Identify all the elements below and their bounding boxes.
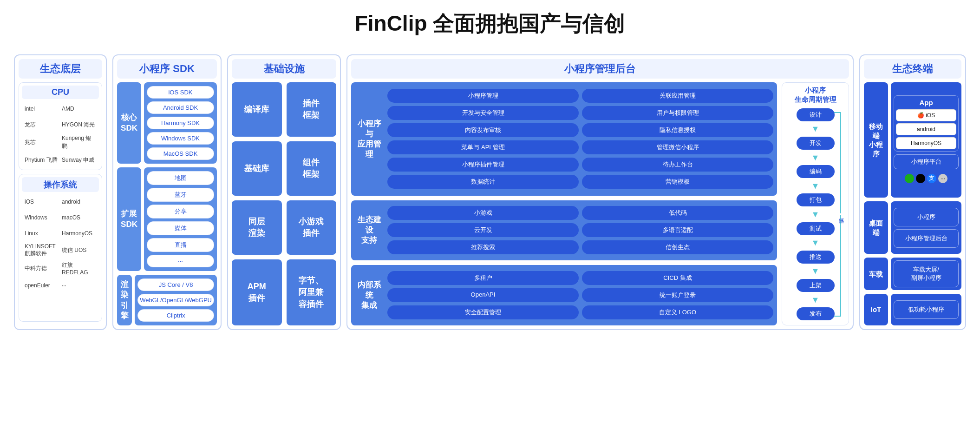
sdk-item: 分享 [147,205,214,218]
sdk-group-label: 扩展SDK [117,167,141,271]
lifecycle-step: 发布 [797,307,835,320]
admin-pill: 待办工作台 [582,158,773,172]
cycle-label: 循环 [838,213,845,215]
terminal-row: 车载车载大屏/副屏小程序 [864,258,961,290]
os-logo: 中科方德 [25,261,59,276]
platform-icons: 支··· [894,172,959,185]
admin-pill: 开发与安全管理 [387,106,579,120]
infra-box: 同层渲染 [232,200,282,255]
sdk-item: Android SDK [147,101,214,114]
os-logo: android [62,196,96,208]
col-terminal: 生态终端 移动端小程序App🍎 iOSandroidHarmonyOS小程序平台… [859,54,966,330]
arrow-down-icon: ▼ [785,267,846,275]
architecture-diagram: 生态底层 CPU intelAMD龙芯HYGON 海光兆芯Kunpeng 鲲鹏P… [14,54,966,330]
terminal-row: 桌面端小程序小程序管理后台 [864,201,961,254]
platform-icon: ··· [938,174,947,183]
os-logo: openEuler [25,279,59,291]
vendor-logo: Kunpeng 鲲鹏 [62,134,96,150]
admin-pill: 安全配置管理 [387,305,579,319]
os-logo: 统信 UOS [62,243,96,258]
admin-pill: 小程序插件管理 [387,158,579,172]
admin-pills: 多租户CICD 集成OpenAPI统一账户登录安全配置管理自定义 LOGO [387,269,773,322]
col-ecosystem-bottom: 生态底层 CPU intelAMD龙芯HYGON 海光兆芯Kunpeng 鲲鹏P… [14,54,107,330]
col-header: 生态终端 [864,59,961,79]
infra-box: 编译库 [232,82,282,137]
terminal-item: 小程序 [894,208,959,226]
lifecycle-step: 打包 [797,193,835,206]
col-header: 生态底层 [19,59,102,79]
lifecycle-step: 推送 [797,251,835,264]
arrow-down-icon: ▼ [785,210,846,218]
terminal-item: 车载大屏/副屏小程序 [894,260,959,287]
lifecycle-step: 开发 [797,137,835,150]
terminal-item: 小程序管理后台 [894,229,959,248]
app-pill: android [896,123,956,135]
admin-pill: 数据统计 [387,175,579,189]
sdk-group: 核心SDKiOS SDKAndroid SDKHarmony SDKWindow… [117,82,217,164]
terminal-row: IoT低功耗小程序 [864,294,961,325]
os-logo: macOS [62,212,96,224]
sdk-item: MacOS SDK [147,147,214,160]
admin-pill: 多租户 [387,271,579,285]
section-title: CPU [22,86,99,99]
vendor-logo: 龙芯 [25,119,59,131]
vendor-logo: Phytium 飞腾 [25,154,59,166]
admin-block: 内部系统集成多租户CICD 集成OpenAPI统一账户登录安全配置管理自定义 L… [351,265,777,325]
sdk-group: 扩展SDK地图蓝牙分享媒体直播··· [117,167,217,271]
platform-icon [916,174,925,183]
admin-pill: 统一账户登录 [582,288,773,302]
admin-pill: 用户与权限管理 [582,106,773,120]
terminal-side-label: 桌面端 [864,201,888,254]
os-section: 操作系统 iOSandroidWindowsmacOSLinuxHarmonyO… [19,174,102,322]
admin-block-title: 生态建设支持 [355,204,384,257]
admin-pill: CICD 集成 [582,271,773,285]
admin-block: 小程序与应用管理小程序管理关联应用管理开发与安全管理用户与权限管理内容发布审核隐… [351,82,777,196]
platform-label: 小程序平台 [894,154,959,169]
admin-pill: 低代码 [582,206,773,220]
os-logo: iOS [25,196,59,208]
admin-block-title: 内部系统集成 [355,269,384,322]
terminal-side-label: 车载 [864,258,888,290]
admin-pill: 小程序管理 [387,89,579,103]
infra-box: 字节、阿里兼容插件 [287,259,337,325]
admin-pill: 小游戏 [387,206,579,220]
sdk-group-label: 核心SDK [117,82,141,164]
lifecycle-step: 设计 [797,108,835,121]
cpu-section: CPU intelAMD龙芯HYGON 海光兆芯Kunpeng 鲲鹏Phytiu… [19,82,102,170]
col-infra: 基础设施 编译库插件框架基础库组件框架同层渲染小游戏插件APM插件字节、阿里兼容… [227,54,341,330]
col-header: 小程序 SDK [117,59,217,79]
platform-icon: 支 [927,174,936,183]
sdk-item: 蓝牙 [147,188,214,202]
admin-pill: 自定义 LOGO [582,305,773,319]
infra-box: 基础库 [232,141,282,196]
platform-icon [905,174,914,183]
admin-pill: 菜单与 API 管理 [387,140,579,154]
vendor-logo: 兆芯 [25,134,59,150]
sdk-item: WebGL/OpenGL/WebGPU [137,294,214,306]
admin-block: 生态建设支持小游戏低代码云开发多语言适配推荐搜索信创生态 [351,200,777,261]
vendor-logo: AMD [62,103,96,115]
arrow-down-icon: ▼ [785,125,846,133]
admin-pill: 管理微信小程序 [582,140,773,154]
lifecycle-title: 小程序生命周期管理 [785,86,846,104]
os-logo: 红旗 REDFLAG [62,261,96,276]
diagram-title: FinClip 全面拥抱国产与信创 [14,9,966,38]
app-pill: 🍎 iOS [896,109,956,121]
terminal-content: App🍎 iOSandroidHarmonyOS小程序平台支··· [891,82,961,198]
admin-block-title: 小程序与应用管理 [355,86,384,192]
sdk-item: Cliptrix [137,309,214,322]
arrow-down-icon: ▼ [785,182,846,190]
sdk-items: 地图蓝牙分享媒体直播··· [144,167,217,271]
admin-pill: 推荐搜索 [387,240,579,254]
sdk-item: Windows SDK [147,132,214,145]
os-logo: HarmonyOS [62,227,96,239]
sdk-item: JS Core / V8 [137,278,214,291]
os-logo: Windows [25,212,59,224]
vendor-logo: intel [25,103,59,115]
lifecycle-step: 编码 [797,165,835,178]
terminal-content: 车载大屏/副屏小程序 [891,258,961,290]
terminal-item: 低功耗小程序 [894,300,959,319]
admin-pill: 云开发 [387,223,579,237]
app-pill: HarmonyOS [896,137,956,149]
admin-pill: OpenAPI [387,288,579,302]
